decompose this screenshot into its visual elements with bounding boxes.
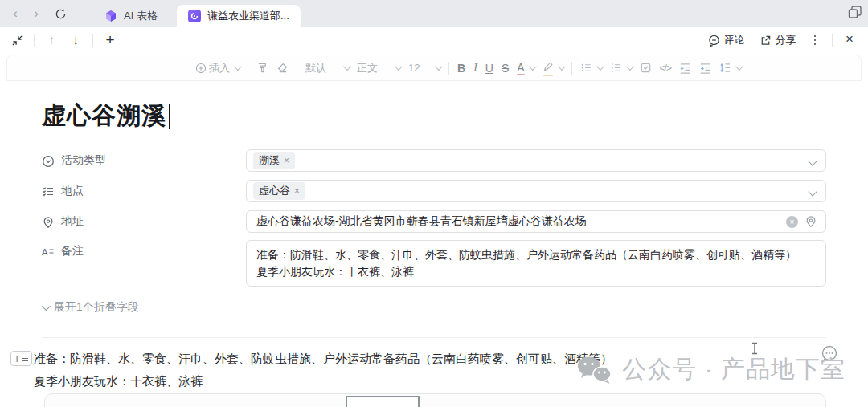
reload-button[interactable] xyxy=(50,3,71,24)
location-select[interactable]: 虚心谷 × xyxy=(246,180,826,202)
strikethrough-icon: S xyxy=(502,62,509,75)
field-label-location: 地点 xyxy=(42,180,246,202)
italic-button[interactable]: I xyxy=(470,60,481,76)
tab-ai-table[interactable]: AI 表格 xyxy=(93,5,169,27)
expand-label: 展开1个折叠字段 xyxy=(54,300,139,315)
checkbox-icon xyxy=(640,62,652,74)
next-record-button[interactable]: ↓ xyxy=(65,31,86,50)
line-spacing-button[interactable] xyxy=(716,60,744,75)
field-row-location: 地点 虚心谷 × xyxy=(42,180,826,202)
bullet-list-icon xyxy=(580,62,592,74)
watermark: 公众号 · 产品地下室 xyxy=(575,353,845,386)
comment-button[interactable]: 评论 xyxy=(703,31,750,50)
field-label-text: 地点 xyxy=(61,184,84,198)
record-title[interactable]: 虚心谷溯溪 xyxy=(42,100,170,132)
map-pin-icon[interactable] xyxy=(805,215,817,228)
format-painter-button[interactable] xyxy=(253,60,272,75)
comment-label: 评论 xyxy=(724,33,745,47)
chevron-down-icon[interactable] xyxy=(808,157,817,165)
tab-label: 谦益农业渠道部... xyxy=(207,9,289,23)
underline-button[interactable]: U xyxy=(482,60,497,76)
divider xyxy=(832,34,833,47)
record-toolbar: ↑ ↓ + 评论 分享 × xyxy=(0,27,868,53)
highlight-pen-icon xyxy=(542,61,554,75)
tab-record-doc[interactable]: 谦益农业渠道部... xyxy=(177,5,301,27)
text-color-icon: A xyxy=(517,61,524,75)
watermark-text: 公众号 · 产品地下室 xyxy=(622,353,845,386)
highlight-button[interactable] xyxy=(539,59,567,76)
document-paragraph[interactable]: 准备：防滑鞋、水、零食、汗巾、外套、防蚊虫措施、户外运动常备药品（云南白药喷雾、… xyxy=(34,352,612,367)
clear-address-button[interactable]: × xyxy=(786,216,798,228)
format-toolbar: 插入 默认 正文 12 B I U S A xyxy=(6,55,862,81)
font-style-value: 默认 xyxy=(305,61,326,75)
single-select-icon xyxy=(42,155,55,168)
indent-button[interactable] xyxy=(696,60,714,75)
embedded-button[interactable] xyxy=(346,396,420,407)
comment-icon xyxy=(708,35,720,47)
paragraph-value: 正文 xyxy=(357,61,378,75)
notes-textarea[interactable]: 准备：防滑鞋、水、零食、汗巾、外套、防蚊虫措施、户外运动常备药品（云南白药喷雾、… xyxy=(246,240,826,287)
activity-type-select[interactable]: 溯溪 × xyxy=(246,149,826,172)
app-window: ‹ › AI 表格 谦益农业渠道部... xyxy=(0,0,868,407)
italic-icon: I xyxy=(473,62,477,75)
collapse-icon xyxy=(11,35,23,47)
text-block-handle[interactable]: T xyxy=(10,351,32,366)
record-doc-icon xyxy=(188,10,201,22)
close-record-button[interactable]: × xyxy=(841,31,862,49)
panel-edge xyxy=(862,53,862,407)
clear-format-button[interactable] xyxy=(273,60,292,75)
bold-button[interactable]: B xyxy=(454,60,469,76)
titlebar: ‹ › AI 表格 谦益农业渠道部... xyxy=(0,0,868,27)
windows-icon xyxy=(847,4,863,20)
open-in-window-button[interactable] xyxy=(847,4,863,23)
insert-button[interactable]: 插入 xyxy=(192,59,243,77)
tag-location[interactable]: 虚心谷 × xyxy=(253,182,305,200)
code-icon: </> xyxy=(660,63,671,74)
paragraph-select[interactable]: 正文 xyxy=(354,59,403,77)
text-caret xyxy=(169,104,170,129)
notes-line-1: 准备：防滑鞋、水、零食、汗巾、外套、防蚊虫措施、户外运动常备药品（云南白药喷雾、… xyxy=(256,246,796,263)
address-input[interactable]: 虚心谷谦益农场-湖北省黄冈市蕲春县青石镇新屋塆虚心谷谦益农场 × xyxy=(246,210,826,233)
collapse-record-button[interactable] xyxy=(6,31,27,50)
code-block-button[interactable]: </> xyxy=(657,61,674,75)
underline-icon: U xyxy=(485,62,493,75)
more-menu-button[interactable] xyxy=(806,32,825,49)
add-record-button[interactable]: + xyxy=(100,31,121,50)
text-field-icon: A xyxy=(42,246,55,258)
tag-activity-type[interactable]: 溯溪 × xyxy=(253,152,295,169)
nav-forward-button[interactable]: › xyxy=(26,3,47,24)
expand-collapsed-fields-button[interactable]: 展开1个折叠字段 xyxy=(42,300,139,315)
address-value: 虚心谷谦益农场-湖北省黄冈市蕲春县青石镇新屋塆虚心谷谦益农场 xyxy=(256,214,587,229)
divider xyxy=(34,34,35,47)
divider xyxy=(92,34,93,47)
share-button[interactable]: 分享 xyxy=(755,31,801,50)
previous-record-button[interactable]: ↑ xyxy=(41,31,62,50)
tag-remove-icon[interactable]: × xyxy=(284,155,289,166)
outdent-button[interactable] xyxy=(676,60,694,75)
bullet-list-button[interactable] xyxy=(577,60,605,75)
tab-label: AI 表格 xyxy=(124,9,158,23)
next-content-block[interactable] xyxy=(44,393,826,407)
document-paragraph[interactable]: 夏季小朋友玩水：干衣裤、泳裤 xyxy=(34,374,203,389)
tag-remove-icon[interactable]: × xyxy=(294,185,300,197)
numbered-list-button[interactable] xyxy=(607,60,635,75)
base-app-icon xyxy=(104,10,117,22)
tag-text: 虚心谷 xyxy=(259,184,290,198)
block-menu-icon xyxy=(22,356,28,361)
record-actions-group: 评论 分享 × xyxy=(703,31,868,50)
field-label-notes: A 备注 xyxy=(42,240,246,287)
text-color-button[interactable]: A xyxy=(514,59,537,76)
share-label: 分享 xyxy=(776,33,796,47)
nav-back-button[interactable]: ‹ xyxy=(5,3,26,24)
insert-label: 插入 xyxy=(209,61,230,75)
field-label-text: 活动类型 xyxy=(61,153,106,168)
share-icon xyxy=(760,35,772,47)
task-checkbox-button[interactable] xyxy=(637,60,655,75)
font-size-select[interactable]: 12 xyxy=(405,60,444,75)
chevron-down-icon[interactable] xyxy=(808,187,817,196)
strikethrough-button[interactable]: S xyxy=(498,60,512,76)
field-label-text: 备注 xyxy=(61,244,84,258)
tag-text: 溯溪 xyxy=(259,153,280,168)
font-style-select[interactable]: 默认 xyxy=(302,59,352,77)
record-title-text: 虚心谷溯溪 xyxy=(42,100,166,132)
